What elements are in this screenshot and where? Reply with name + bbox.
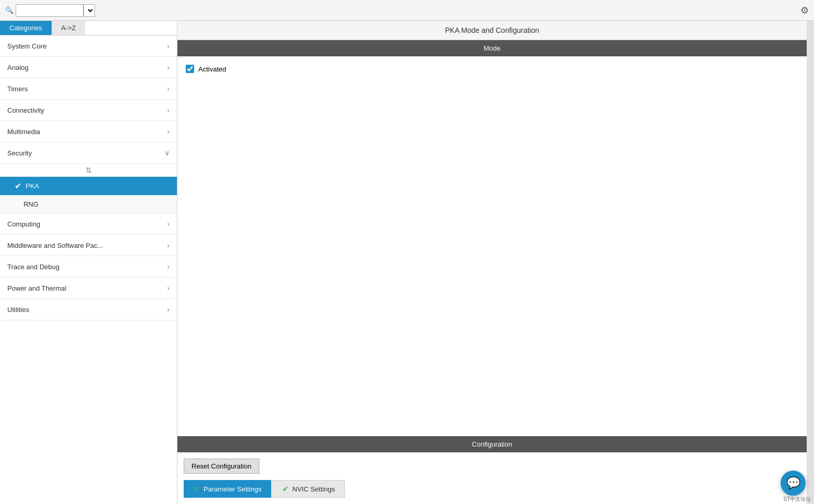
main-container: Categories A->Z System Core › Analog › T…	[0, 21, 814, 504]
sidebar-item-utilities[interactable]: Utilities ›	[0, 299, 177, 320]
check-icon: ✔	[194, 484, 200, 494]
sidebar-item-computing[interactable]: Computing ›	[0, 213, 177, 235]
chevron-down-icon: ∨	[164, 149, 170, 157]
tab-label: Parameter Settings	[204, 485, 261, 493]
sub-item-label: RNG	[23, 200, 39, 208]
activated-row: Activated	[186, 65, 798, 73]
mode-body: Activated	[177, 56, 807, 436]
config-body: Reset Configuration ✔ Parameter Settings…	[177, 452, 807, 504]
sub-item-pka[interactable]: ✔ PKA	[0, 177, 177, 195]
search-dropdown[interactable]	[83, 4, 95, 17]
activated-checkbox[interactable]	[186, 65, 194, 73]
mode-header: Mode	[177, 40, 807, 56]
chat-label: ST中文论坛	[780, 495, 814, 504]
config-tabs-row: ✔ Parameter Settings ✔ NVIC Settings	[184, 480, 800, 498]
chevron-right-icon: ›	[167, 305, 170, 314]
chat-icon: 💬	[786, 476, 800, 490]
sidebar-item-timers[interactable]: Timers ›	[0, 78, 177, 100]
sidebar-item-label: Computing	[7, 220, 40, 228]
sidebar-list: System Core › Analog › Timers › Connecti…	[0, 35, 177, 504]
sub-item-rng[interactable]: RNG	[0, 195, 177, 213]
chevron-right-icon: ›	[167, 85, 170, 93]
search-input[interactable]	[16, 4, 83, 17]
sidebar-item-label: Middleware and Software Pac...	[7, 242, 103, 249]
top-bar: 🔍 ⚙	[0, 0, 814, 21]
chevron-right-icon: ›	[167, 63, 170, 71]
sidebar-item-label: Connectivity	[7, 106, 44, 114]
gear-icon[interactable]: ⚙	[800, 5, 809, 16]
tab-nvic-settings[interactable]: ✔ NVIC Settings	[272, 480, 345, 498]
sidebar-item-middleware[interactable]: Middleware and Software Pac... ›	[0, 235, 177, 256]
chevron-right-icon: ›	[167, 284, 170, 292]
sidebar-item-label: Trace and Debug	[7, 263, 59, 271]
page-title: PKA Mode and Configuration	[177, 21, 807, 40]
sidebar-item-analog[interactable]: Analog ›	[0, 57, 177, 78]
sidebar-item-multimedia[interactable]: Multimedia ›	[0, 121, 177, 142]
chevron-right-icon: ›	[167, 106, 170, 114]
chat-bubble[interactable]: 💬	[781, 471, 806, 496]
tab-parameter-settings[interactable]: ✔ Parameter Settings	[184, 480, 271, 498]
chevron-right-icon: ›	[167, 127, 170, 136]
sidebar: Categories A->Z System Core › Analog › T…	[0, 21, 177, 504]
sidebar-item-label: System Core	[7, 42, 46, 50]
tab-categories[interactable]: Categories	[0, 21, 52, 35]
config-header: Configuration	[177, 436, 807, 452]
arrows-icon: ⇅	[86, 166, 92, 174]
mode-section: Mode Activated	[177, 40, 807, 436]
config-section: Configuration Reset Configuration ✔ Para…	[177, 436, 807, 504]
chevron-right-icon: ›	[167, 262, 170, 271]
security-subitems: ✔ PKA RNG	[0, 177, 177, 213]
tab-bar: Categories A->Z	[0, 21, 177, 35]
chevron-right-icon: ›	[167, 220, 170, 228]
sidebar-item-system-core[interactable]: System Core ›	[0, 35, 177, 57]
reset-configuration-button[interactable]: Reset Configuration	[184, 459, 259, 474]
check-icon: ✔	[282, 484, 289, 494]
empty-icon	[15, 199, 19, 209]
activated-label: Activated	[198, 65, 226, 73]
search-icon: 🔍	[5, 6, 14, 14]
sidebar-item-label: Timers	[7, 85, 28, 93]
sidebar-item-trace-debug[interactable]: Trace and Debug ›	[0, 256, 177, 278]
content-area: PKA Mode and Configuration Mode Activate…	[177, 21, 807, 504]
tab-az[interactable]: A->Z	[52, 21, 86, 35]
sidebar-item-label: Utilities	[7, 306, 29, 314]
tab-label: NVIC Settings	[292, 485, 335, 493]
sidebar-item-label: Security	[7, 149, 32, 157]
sidebar-item-label: Power and Thermal	[7, 284, 66, 292]
sidebar-item-security[interactable]: Security ∨	[0, 142, 177, 164]
check-circle-icon: ✔	[15, 181, 21, 191]
chevron-right-icon: ›	[167, 241, 170, 249]
chevron-right-icon: ›	[167, 42, 170, 50]
scrollbar-right[interactable]	[807, 21, 814, 504]
expand-arrows: ⇅	[0, 164, 177, 177]
sidebar-item-power-thermal[interactable]: Power and Thermal ›	[0, 278, 177, 299]
sub-item-label: PKA	[26, 182, 39, 190]
sidebar-item-label: Analog	[7, 64, 28, 71]
sidebar-item-label: Multimedia	[7, 128, 40, 136]
sidebar-item-connectivity[interactable]: Connectivity ›	[0, 100, 177, 121]
